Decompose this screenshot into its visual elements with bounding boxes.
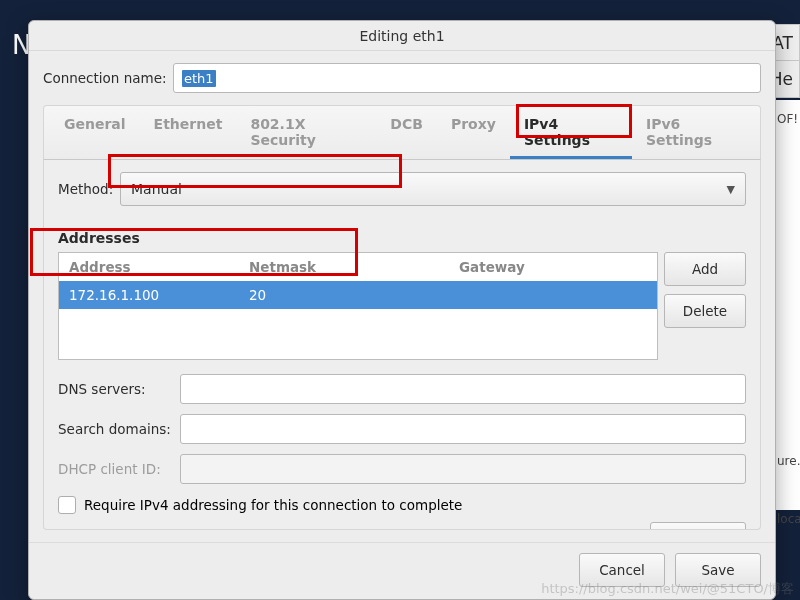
- tab-ethernet[interactable]: Ethernet: [140, 106, 237, 159]
- tab-8021x-security[interactable]: 802.1X Security: [236, 106, 376, 159]
- cell-address: 172.16.1.100: [69, 287, 249, 303]
- ipv4-settings-panel: Method: Manual ▼ Addresses Address Netma…: [43, 160, 761, 530]
- network-connection-dialog: Editing eth1 Connection name: eth1 Gener…: [28, 20, 776, 600]
- tab-proxy[interactable]: Proxy: [437, 106, 510, 159]
- require-ipv4-checkbox[interactable]: [58, 496, 76, 514]
- back-side-item: loca: [775, 508, 800, 530]
- dns-servers-input[interactable]: [180, 374, 746, 404]
- search-domains-label: Search domains:: [58, 421, 180, 437]
- add-button[interactable]: Add: [664, 252, 746, 286]
- dns-servers-label: DNS servers:: [58, 381, 180, 397]
- addresses-title: Addresses: [58, 230, 746, 246]
- tab-ipv6-settings[interactable]: IPv6 Settings: [632, 106, 754, 159]
- chevron-down-icon: ▼: [727, 183, 735, 196]
- tabs: General Ethernet 802.1X Security DCB Pro…: [43, 105, 761, 160]
- tab-ipv4-settings[interactable]: IPv4 Settings: [510, 106, 632, 159]
- back-side-item: OF!: [775, 108, 800, 130]
- dialog-title: Editing eth1: [29, 21, 775, 51]
- addresses-header: Address Netmask Gateway: [59, 253, 657, 281]
- method-label: Method:: [58, 181, 120, 197]
- addresses-table[interactable]: Address Netmask Gateway 172.16.1.100 20: [58, 252, 658, 360]
- delete-button[interactable]: Delete: [664, 294, 746, 328]
- connection-name-label: Connection name:: [43, 70, 173, 86]
- search-domains-input[interactable]: [180, 414, 746, 444]
- connection-name-value: eth1: [182, 70, 216, 87]
- tab-dcb[interactable]: DCB: [376, 106, 437, 159]
- col-netmask: Netmask: [249, 259, 459, 275]
- dhcp-client-id-input[interactable]: [180, 454, 746, 484]
- table-row[interactable]: 172.16.1.100 20: [59, 281, 657, 309]
- back-side-item: ure...: [775, 450, 800, 472]
- dhcp-client-id-label: DHCP client ID:: [58, 461, 180, 477]
- method-combobox[interactable]: Manual ▼: [120, 172, 746, 206]
- cell-netmask: 20: [249, 287, 459, 303]
- cell-gateway: [459, 287, 647, 303]
- tab-general[interactable]: General: [50, 106, 140, 159]
- back-side-panel: OF! ure... loca: [774, 100, 800, 510]
- watermark: https://blog.csdn.net/wei/@51CTO/博客: [541, 580, 794, 598]
- connection-name-input[interactable]: eth1: [173, 63, 761, 93]
- routes-button[interactable]: Routes…: [650, 522, 746, 530]
- col-address: Address: [69, 259, 249, 275]
- method-value: Manual: [131, 181, 182, 197]
- col-gateway: Gateway: [459, 259, 647, 275]
- require-ipv4-label: Require IPv4 addressing for this connect…: [84, 497, 462, 513]
